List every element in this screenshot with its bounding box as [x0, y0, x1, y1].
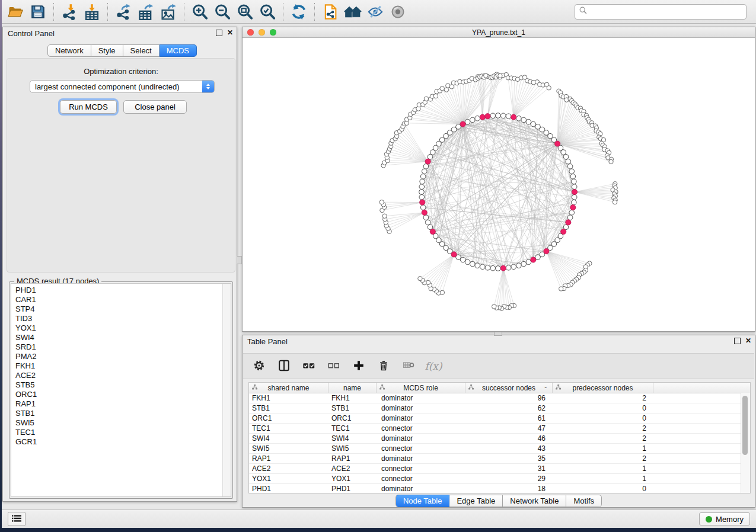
float-window-icon[interactable] [734, 338, 741, 344]
table-row[interactable]: PHD1PHD1dominator180 [249, 484, 750, 494]
search-box[interactable] [575, 4, 747, 20]
close-panel-icon[interactable]: ✕ [227, 29, 233, 36]
network-window-title: YPA_prune.txt_1 [472, 28, 525, 37]
mcds-result-item[interactable]: PHD1 [11, 286, 231, 295]
cell-shared_name: ACE2 [249, 464, 328, 473]
table-row[interactable]: RAP1RAP1dominator352 [249, 454, 750, 464]
tab-node-table[interactable]: Node Table [395, 495, 450, 507]
cell-shared_name: YOX1 [249, 474, 328, 483]
deselect-all-button[interactable] [326, 358, 342, 374]
houses-button[interactable] [342, 2, 364, 22]
table-row[interactable]: FKH1FKH1dominator962 [249, 393, 750, 403]
mcds-result-item[interactable]: YOX1 [11, 323, 231, 333]
hide-eye-button[interactable] [364, 2, 387, 22]
mcds-result-item[interactable]: STB1 [11, 409, 231, 418]
column-header-MCDS-role[interactable]: MCDS role [377, 383, 465, 393]
column-label: MCDS role [403, 384, 438, 392]
horizontal-splitter-handle[interactable] [494, 332, 502, 336]
network-graph[interactable] [243, 38, 754, 331]
tab-edge-table[interactable]: Edge Table [449, 495, 503, 507]
zoom-fit-icon [236, 3, 254, 21]
show-eye-button[interactable] [387, 2, 409, 22]
table-row[interactable]: TEC1TEC1connector472 [249, 424, 750, 434]
columns-button[interactable] [276, 358, 292, 374]
table-scrollbar-thumb[interactable] [742, 396, 748, 455]
mcds-result-item[interactable]: ORC1 [11, 390, 231, 399]
float-window-icon[interactable] [216, 30, 222, 36]
run-mcds-button[interactable]: Run MCDS [60, 100, 117, 114]
table-row[interactable]: SWI5SWI5connector431 [249, 444, 750, 454]
close-panel-icon[interactable]: ✕ [745, 337, 751, 344]
delete-button[interactable] [376, 358, 391, 374]
mcds-result-item[interactable]: SRD1 [11, 342, 231, 352]
gear-button[interactable] [251, 358, 267, 374]
column-label: shared name [267, 384, 309, 392]
mcds-result-item[interactable]: SWI5 [11, 418, 231, 428]
table-scrollbar[interactable] [741, 393, 750, 493]
sort-chevron-icon[interactable]: ⌄ [543, 383, 548, 389]
tab-network-table[interactable]: Network Table [503, 495, 566, 507]
mcds-result-item[interactable]: TID3 [11, 314, 231, 323]
table-row[interactable]: YOX1YOX1connector291 [249, 474, 750, 484]
column-header-shared-name[interactable]: shared name [249, 383, 328, 393]
mcds-result-item[interactable]: CAR1 [11, 295, 231, 305]
table-row[interactable]: ACE2ACE2connector311 [249, 464, 750, 474]
table-toolbar: f(x) [243, 353, 754, 379]
close-window-icon[interactable] [247, 29, 254, 36]
export-image-button[interactable] [157, 2, 180, 22]
memory-button[interactable]: Memory [699, 512, 750, 525]
mcds-result-item[interactable]: PMA2 [11, 352, 231, 361]
function-button: f(x) [426, 358, 441, 374]
mcds-result-item[interactable]: FKH1 [11, 361, 231, 371]
node-table: shared namenameMCDS rolesuccessor nodes⌄… [248, 382, 751, 493]
add-button[interactable] [351, 358, 366, 374]
network-window-titlebar[interactable]: YPA_prune.txt_1 [243, 27, 755, 38]
network-canvas[interactable] [243, 38, 754, 331]
cell-mcds_role: connector [377, 424, 465, 433]
task-history-button[interactable] [8, 512, 25, 526]
mcds-result-item[interactable]: STB5 [11, 380, 231, 390]
table-row[interactable]: STB1STB1dominator620 [249, 403, 750, 414]
zoom-fit-button[interactable] [234, 2, 256, 22]
export-table-button[interactable] [135, 2, 157, 22]
mcds-result-item[interactable]: STP4 [11, 305, 231, 314]
export-network-button[interactable] [112, 2, 135, 22]
cell-name: YOX1 [328, 474, 377, 483]
maximize-window-icon[interactable] [270, 29, 276, 36]
save-button[interactable] [27, 2, 49, 22]
minimize-window-icon[interactable] [259, 29, 265, 36]
app-window: Control Panel ✕ NetworkStyleSelectMCDS O… [2, 0, 756, 527]
table-row[interactable]: ORC1ORC1dominator610 [249, 414, 750, 424]
tab-motifs[interactable]: Motifs [566, 495, 602, 507]
close-panel-button[interactable]: Close panel [123, 100, 187, 114]
mcds-result-item[interactable]: SWI4 [11, 333, 231, 342]
mcds-list-scrollbar[interactable] [222, 284, 231, 496]
cell-successor_nodes: 18 [465, 484, 553, 493]
network-file-button[interactable] [319, 2, 342, 22]
tab-network[interactable]: Network [47, 44, 91, 57]
cell-name: ORC1 [328, 414, 377, 423]
table-row[interactable]: SWI4SWI4dominator462 [249, 434, 750, 444]
tab-select[interactable]: Select [123, 44, 160, 57]
open-button[interactable] [4, 2, 27, 22]
refresh-button[interactable] [288, 2, 310, 22]
optimization-criterion-select[interactable]: largest connected component (undirected) [30, 80, 215, 93]
column-header-name[interactable]: name [328, 383, 377, 393]
import-network-button[interactable] [58, 2, 81, 22]
mcds-result-item[interactable]: RAP1 [11, 399, 231, 409]
import-table-button[interactable] [81, 2, 103, 22]
mcds-result-item[interactable]: ACE2 [11, 371, 231, 380]
mcds-result-list[interactable]: PHD1CAR1STP4TID3YOX1SWI4SRD1PMA2FKH1ACE2… [11, 283, 231, 497]
zoom-selected-button[interactable] [256, 2, 279, 22]
column-header-successor-nodes[interactable]: successor nodes⌄ [465, 383, 553, 393]
mcds-result-item[interactable]: GCR1 [11, 437, 231, 447]
vertical-splitter-handle[interactable] [237, 256, 242, 264]
tab-mcds[interactable]: MCDS [160, 44, 197, 57]
zoom-out-button[interactable] [211, 2, 234, 22]
tab-style[interactable]: Style [91, 44, 123, 57]
select-all-button[interactable] [301, 358, 317, 374]
zoom-in-button[interactable] [189, 2, 211, 22]
mcds-result-item[interactable]: TEC1 [11, 428, 231, 437]
search-input[interactable] [588, 7, 746, 17]
column-header-predecessor-nodes[interactable]: predecessor nodes [553, 383, 653, 393]
